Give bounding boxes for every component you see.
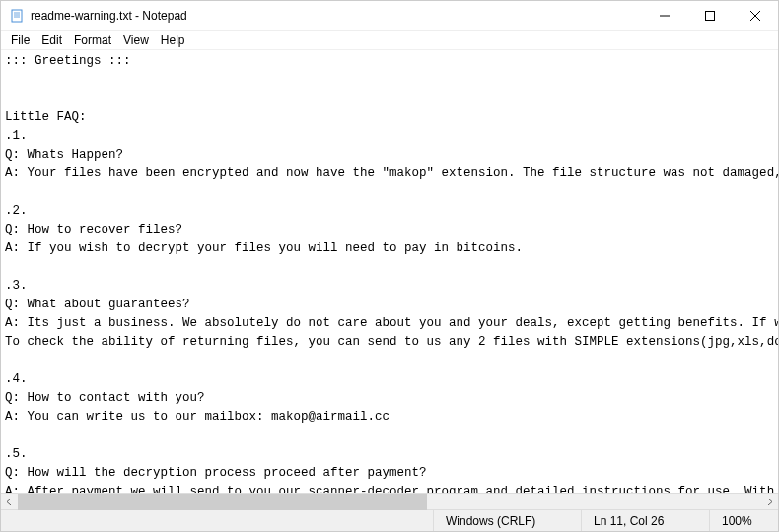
scroll-track[interactable] <box>18 494 761 510</box>
status-encoding: Windows (CRLF) <box>433 510 581 531</box>
svg-rect-0 <box>12 10 22 22</box>
window-controls <box>642 1 778 31</box>
scroll-thumb[interactable] <box>18 494 427 510</box>
status-position: Ln 11, Col 26 <box>581 510 709 531</box>
titlebar: readme-warning.txt - Notepad <box>1 1 778 31</box>
maximize-button[interactable] <box>687 1 733 31</box>
menu-help[interactable]: Help <box>155 32 191 49</box>
menu-file[interactable]: File <box>5 32 35 49</box>
minimize-button[interactable] <box>642 1 687 31</box>
editor-area: ::: Greetings ::: Little FAQ: .1. Q: Wha… <box>1 50 778 493</box>
svg-rect-5 <box>706 11 715 20</box>
scroll-left-arrow[interactable] <box>1 494 18 510</box>
menu-view[interactable]: View <box>117 32 155 49</box>
statusbar: Windows (CRLF) Ln 11, Col 26 100% <box>1 509 778 531</box>
horizontal-scrollbar[interactable] <box>1 493 778 509</box>
menubar: File Edit Format View Help <box>1 31 778 50</box>
window-title: readme-warning.txt - Notepad <box>31 9 642 23</box>
menu-format[interactable]: Format <box>68 32 117 49</box>
text-content[interactable]: ::: Greetings ::: Little FAQ: .1. Q: Wha… <box>1 50 778 493</box>
notepad-icon <box>9 8 25 24</box>
status-zoom: 100% <box>709 510 778 531</box>
close-button[interactable] <box>733 1 778 31</box>
scroll-right-arrow[interactable] <box>761 494 778 510</box>
menu-edit[interactable]: Edit <box>35 32 68 49</box>
